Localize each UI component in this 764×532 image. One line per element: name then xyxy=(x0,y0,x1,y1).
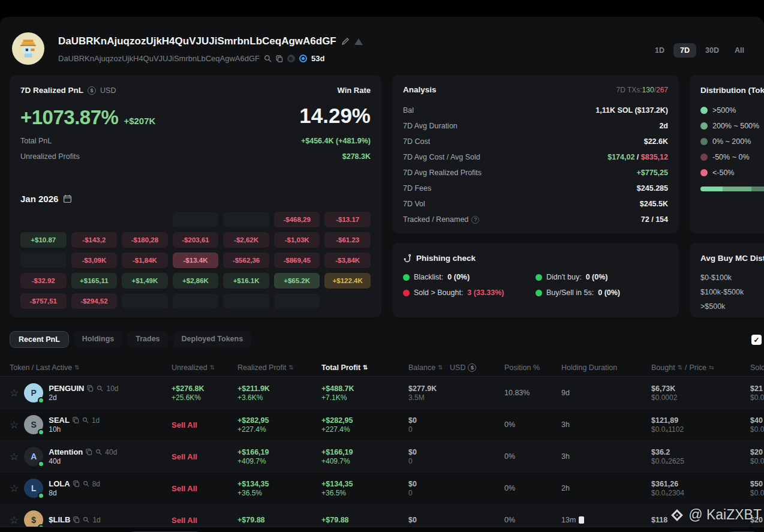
token-name[interactable]: SEAL xyxy=(49,416,70,425)
search-icon[interactable] xyxy=(97,385,103,392)
col-unrealized[interactable]: Unrealized⇅ xyxy=(172,363,237,372)
col-realized[interactable]: Realized Profit⇅ xyxy=(237,363,321,372)
col-bought-price[interactable]: Bought⇅/Price⇆ xyxy=(651,363,750,372)
calendar-day-cell[interactable]: -$13.17 xyxy=(324,212,371,227)
token-name[interactable]: $LILB xyxy=(49,515,70,524)
tab[interactable]: Holdings xyxy=(74,331,122,348)
watchlist-star-icon[interactable]: ☆ xyxy=(10,514,19,527)
calendar-day-cell[interactable]: -$61.23 xyxy=(324,232,371,248)
search-icon[interactable] xyxy=(83,516,89,523)
pnl-percentage: +1073.87% xyxy=(20,106,118,129)
calendar-day-cell[interactable]: +$16.1K xyxy=(223,273,269,288)
col-balance[interactable]: Balance⇅ USD$ xyxy=(408,363,504,372)
table-row[interactable]: ☆ P PENGUIN 10d 2d +$276.8K+25.6K% +$211… xyxy=(0,377,764,409)
calendar-day-cell[interactable]: -$3,84K xyxy=(324,253,371,268)
pyramid-icon[interactable] xyxy=(354,38,363,45)
col-total-profit[interactable]: Total Profit⇅ xyxy=(321,363,408,372)
col-holding-duration[interactable]: Holding Duration xyxy=(561,363,651,372)
search-icon[interactable] xyxy=(95,449,102,455)
calendar-day-cell[interactable]: -$562,36 xyxy=(223,253,269,268)
copy-icon[interactable] xyxy=(276,55,283,62)
calendar-day-cell[interactable] xyxy=(223,293,269,309)
calendar-day-cell[interactable] xyxy=(20,253,67,268)
time-range-button[interactable]: All xyxy=(728,43,751,58)
calendar-day-cell[interactable]: +$10.87 xyxy=(20,232,67,248)
token-age: 1d xyxy=(92,516,100,524)
calendar-day-cell[interactable]: -$143,2 xyxy=(71,232,118,248)
copy-icon[interactable] xyxy=(73,417,79,423)
watchlist-star-icon[interactable]: ☆ xyxy=(10,387,19,399)
avg-mc-row: $100k-$500k xyxy=(700,285,744,299)
tab[interactable]: Deployed Tokens xyxy=(173,331,252,348)
calendar-day-cell[interactable]: +$2,86K xyxy=(173,273,219,288)
tab[interactable]: Recent PnL xyxy=(10,331,69,348)
explorer-icon[interactable] xyxy=(287,55,295,62)
analysis-row-vol: 7D Vol$245.5K xyxy=(403,196,668,212)
table-row[interactable]: ☆ L LOLA 8d 8d Sell All +$134,35+36.5% +… xyxy=(0,473,764,504)
calendar-day-cell[interactable]: -$3,09K xyxy=(71,253,118,268)
calendar-day-cell[interactable] xyxy=(173,212,219,227)
analysis-row-fees: 7D Fees$245.285 xyxy=(403,181,668,196)
sell-all-button[interactable]: Sell All xyxy=(172,484,237,493)
col-sold[interactable]: Sold xyxy=(750,363,764,372)
watchlist-star-icon[interactable]: ☆ xyxy=(10,419,19,431)
table-checkbox[interactable]: ✓ xyxy=(751,335,762,345)
token-avatar: P xyxy=(24,383,43,402)
legend-dot-icon xyxy=(700,169,708,176)
calendar-day-cell[interactable]: +$122.4K xyxy=(324,273,371,288)
calendar-day-cell[interactable]: -$869,45 xyxy=(274,253,320,268)
col-position[interactable]: Position % xyxy=(504,363,561,372)
table-row[interactable]: ☆ S SEAL 1d 10h Sell All +$282,95+227.4%… xyxy=(0,409,764,441)
watchlist-star-icon[interactable]: ☆ xyxy=(10,450,19,463)
total-profit-cell: +$166,19+409.7% xyxy=(321,448,408,465)
calendar-day-cell[interactable]: -$1,84K xyxy=(122,253,168,268)
last-active: 2d xyxy=(49,393,118,402)
calendar-day-cell[interactable]: -$13.4K xyxy=(173,253,219,268)
calendar-day-cell[interactable]: -$203,61 xyxy=(173,232,219,248)
calendar-day-cell[interactable] xyxy=(173,293,219,309)
calendar-day-cell[interactable]: +$65.2K xyxy=(274,273,320,288)
calendar-day-cell[interactable]: -$468,29 xyxy=(274,212,320,227)
calendar-day-cell[interactable]: -$2,62K xyxy=(223,232,269,248)
table-row[interactable]: ☆ A Attention 40d 40d Sell All +$166,19+… xyxy=(0,441,764,473)
calendar-day-cell[interactable] xyxy=(223,212,269,227)
calendar-day-cell[interactable]: -$180,28 xyxy=(122,232,168,248)
copy-icon[interactable] xyxy=(86,449,92,455)
time-range-button[interactable]: 1D xyxy=(648,43,671,58)
sell-all-button[interactable]: Sell All xyxy=(172,516,237,525)
calendar-day-cell[interactable] xyxy=(122,293,168,309)
calendar-day-cell[interactable]: -$1,03K xyxy=(274,232,320,248)
calendar-day-cell[interactable]: -$294,52 xyxy=(71,293,118,309)
calendar-day-cell[interactable]: -$32.92 xyxy=(20,273,67,288)
tab[interactable]: Trades xyxy=(127,331,168,348)
unrealized-cell: Sell All xyxy=(172,420,237,429)
search-icon[interactable] xyxy=(264,55,272,62)
sell-all-button[interactable]: Sell All xyxy=(172,420,237,429)
avg-mc-row: >$500k xyxy=(700,299,744,314)
calendar-icon[interactable] xyxy=(63,194,72,203)
calendar-month: Jan 2026 xyxy=(20,194,58,204)
time-range-button[interactable]: 7D xyxy=(673,43,696,58)
calendar-day-cell[interactable]: -$757,51 xyxy=(20,293,67,309)
col-token[interactable]: Token / Last Active⇅ xyxy=(10,363,172,372)
holding-duration-cell: 13m xyxy=(561,516,651,524)
calendar-day-cell[interactable]: +$1,49K xyxy=(122,273,168,288)
currency-label[interactable]: USD xyxy=(100,86,116,95)
search-icon[interactable] xyxy=(83,480,89,487)
tracking-icon[interactable] xyxy=(299,55,307,62)
token-name[interactable]: Attention xyxy=(49,447,83,456)
usd-coin-icon[interactable]: $ xyxy=(88,86,96,95)
token-name[interactable]: PENGUIN xyxy=(49,384,84,393)
copy-icon[interactable] xyxy=(73,516,80,523)
help-icon[interactable]: ? xyxy=(471,216,479,224)
edit-icon[interactable] xyxy=(341,37,350,46)
sell-all-button[interactable]: Sell All xyxy=(172,452,237,461)
copy-icon[interactable] xyxy=(73,480,80,487)
copy-icon[interactable] xyxy=(87,385,94,392)
calendar-day-cell[interactable] xyxy=(274,293,320,309)
token-name[interactable]: LOLA xyxy=(49,479,70,488)
search-icon[interactable] xyxy=(82,417,89,423)
calendar-day-cell[interactable]: +$165,11 xyxy=(71,273,118,288)
watchlist-star-icon[interactable]: ☆ xyxy=(10,482,19,495)
time-range-button[interactable]: 30D xyxy=(699,43,726,58)
